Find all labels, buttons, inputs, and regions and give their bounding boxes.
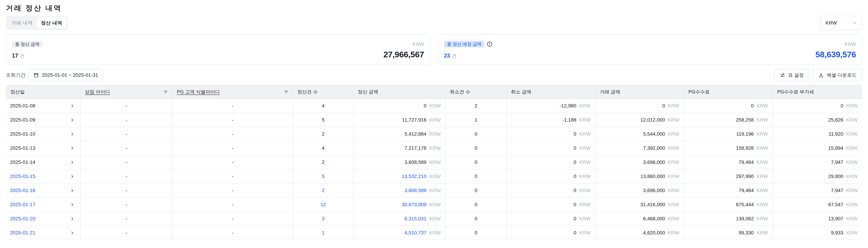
table-header-row: 정산일상점 아이디PG 고객 식별아이디정산건 수정산 금액취소건 수취소 금액… bbox=[6, 85, 862, 99]
excel-download-button[interactable]: 엑셀 다운로드 bbox=[813, 69, 862, 81]
download-icon bbox=[818, 72, 824, 78]
amount-value: 0 bbox=[574, 145, 577, 151]
chevron-right-icon[interactable] bbox=[70, 203, 74, 207]
amount-value: 7,947 bbox=[831, 188, 843, 193]
currency-suffix: KRW bbox=[846, 230, 858, 236]
settlement-date[interactable]: 2025-01-10 bbox=[10, 131, 35, 137]
currency-suffix: KRW bbox=[579, 103, 591, 108]
amount-value: 11,727,916 bbox=[402, 117, 426, 123]
tabs-row: 거래 내역 정산 내역 KRW bbox=[6, 16, 862, 30]
amount-value: -1,188 bbox=[562, 117, 576, 123]
cell-date: 2025-01-14 bbox=[6, 155, 81, 169]
count-value: 0 bbox=[474, 174, 477, 179]
currency-suffix: KRW bbox=[756, 230, 768, 236]
amount-value[interactable]: 3,608,589 bbox=[405, 188, 427, 193]
currency-suffix: KRW bbox=[429, 131, 441, 137]
currency-select-value: KRW bbox=[826, 20, 837, 26]
currency-suffix: KRW bbox=[846, 216, 858, 221]
page-title: 거래 정산 내역 bbox=[6, 4, 862, 11]
column-label: 취소건 수 bbox=[450, 89, 470, 95]
cell-transaction_amount: 3,696,000KRW bbox=[595, 184, 684, 198]
count-value[interactable]: 12 bbox=[320, 202, 326, 207]
settlement-date[interactable]: 2025-01-20 bbox=[10, 216, 35, 221]
count-value[interactable]: 5 bbox=[322, 174, 325, 179]
date-range-picker[interactable]: 2025-01-01 ~ 2025-01-31 bbox=[28, 69, 103, 81]
amount-value: 9,933 bbox=[831, 230, 843, 236]
chevron-right-icon[interactable] bbox=[70, 132, 74, 136]
cell-pg_fee_vat: 7,947KRW bbox=[773, 184, 862, 198]
settlement-date[interactable]: 2025-01-09 bbox=[10, 117, 35, 123]
currency-label: KRW bbox=[413, 41, 424, 47]
cell-settlement_amount: 11,727,916KRW bbox=[353, 113, 446, 127]
tab-settlements[interactable]: 정산 내역 bbox=[37, 17, 67, 29]
amount-value[interactable]: 4,510,737 bbox=[405, 230, 427, 236]
filter-row: 조회기간 2025-01-01 ~ 2025-01-31 표 설정 엑셀 다운로… bbox=[6, 69, 862, 81]
chevron-right-icon[interactable] bbox=[70, 104, 74, 108]
chevron-right-icon[interactable] bbox=[70, 118, 74, 122]
cell-pg_fee: 119,196KRW bbox=[684, 127, 773, 141]
amount-value: 67,547 bbox=[828, 202, 843, 208]
cell-cancel_amount: 0KRW bbox=[507, 212, 595, 226]
total-settlement-card: 총 정산 금액 17건 KRW 27,966,567 bbox=[6, 34, 430, 65]
amount-value: 99,330 bbox=[739, 230, 754, 236]
cell-pg_customer_id: - bbox=[173, 127, 293, 141]
currency-suffix: KRW bbox=[579, 117, 591, 123]
total-settlement-badge: 총 정산 금액 bbox=[12, 41, 42, 48]
filter-icon[interactable] bbox=[163, 90, 168, 94]
amount-value: 0 bbox=[574, 131, 577, 137]
cell-date: 2025-01-21 bbox=[6, 226, 81, 240]
column-header-cancel_amount: 취소 금액 bbox=[507, 85, 595, 99]
currency-suffix: KRW bbox=[668, 216, 679, 221]
tab-transactions[interactable]: 거래 내역 bbox=[7, 17, 37, 29]
chevron-right-icon[interactable] bbox=[70, 160, 74, 164]
chevron-right-icon[interactable] bbox=[70, 189, 74, 193]
table-row: 2025-01-08--40KRW2-12,980KRW0KRW0KRW0KRW bbox=[6, 99, 862, 113]
amount-value: 7,217,178 bbox=[405, 145, 427, 151]
chevron-right-icon[interactable] bbox=[70, 146, 74, 150]
count-value[interactable]: 2 bbox=[322, 188, 325, 193]
settlement-date[interactable]: 2025-01-21 bbox=[10, 230, 35, 236]
chevron-right-icon[interactable] bbox=[70, 231, 74, 235]
amount-value: 13,860,000 bbox=[640, 174, 665, 179]
table-settings-button[interactable]: 표 설정 bbox=[774, 69, 809, 81]
cell-transaction_amount: 6,468,000KRW bbox=[595, 212, 684, 226]
cell-pg_fee_vat: 67,547KRW bbox=[773, 198, 862, 212]
cell-settlement_count: 4 bbox=[293, 99, 353, 113]
currency-suffix: KRW bbox=[429, 117, 441, 123]
cell-cancel_count: 0 bbox=[446, 141, 507, 155]
cell-cancel_amount: 0KRW bbox=[507, 184, 595, 198]
cell-date: 2025-01-17 bbox=[6, 198, 81, 212]
chevron-right-icon[interactable] bbox=[70, 175, 74, 179]
table-row: 2025-01-21--14,510,737KRW00KRW4,620,000K… bbox=[6, 226, 862, 240]
cell-date: 2025-01-13 bbox=[6, 141, 81, 155]
amount-value: 158,928 bbox=[736, 145, 754, 151]
cell-pg_fee_vat: 25,826KRW bbox=[773, 113, 862, 127]
column-header-merchant_id[interactable]: 상점 아이디 bbox=[81, 85, 173, 99]
settlement-date[interactable]: 2025-01-14 bbox=[10, 159, 35, 165]
settlement-date[interactable]: 2025-01-08 bbox=[10, 103, 35, 108]
currency-suffix: KRW bbox=[579, 174, 591, 179]
settlement-date[interactable]: 2025-01-13 bbox=[10, 145, 35, 151]
cell-settlement_amount: 5,412,884KRW bbox=[353, 127, 446, 141]
column-label: 상점 아이디 bbox=[85, 89, 110, 95]
currency-suffix: KRW bbox=[846, 159, 858, 165]
amount-value[interactable]: 6,315,031 bbox=[405, 216, 427, 221]
amount-value[interactable]: 30,673,009 bbox=[402, 202, 426, 208]
cell-settlement_count: 12 bbox=[293, 198, 353, 212]
expected-count-line: 23건 bbox=[444, 53, 493, 59]
info-icon[interactable] bbox=[487, 41, 492, 47]
settlement-date[interactable]: 2025-01-16 bbox=[10, 188, 35, 193]
filter-icon[interactable] bbox=[284, 90, 288, 94]
count-value[interactable]: 1 bbox=[322, 230, 325, 236]
chevron-right-icon[interactable] bbox=[70, 217, 74, 221]
cell-settlement_count: 2 bbox=[293, 127, 353, 141]
column-label: 정산일 bbox=[10, 89, 25, 95]
amount-value[interactable]: 13,532,210 bbox=[402, 174, 426, 179]
settlement-date[interactable]: 2025-01-17 bbox=[10, 202, 35, 208]
amount-value: 5,412,884 bbox=[405, 131, 427, 137]
settlement-date[interactable]: 2025-01-15 bbox=[10, 174, 35, 179]
cell-cancel_amount: 0KRW bbox=[507, 226, 595, 240]
currency-select[interactable]: KRW bbox=[820, 16, 862, 30]
count-value[interactable]: 3 bbox=[322, 216, 325, 221]
column-header-pg_customer_id[interactable]: PG 고객 식별아이디 bbox=[173, 85, 293, 99]
